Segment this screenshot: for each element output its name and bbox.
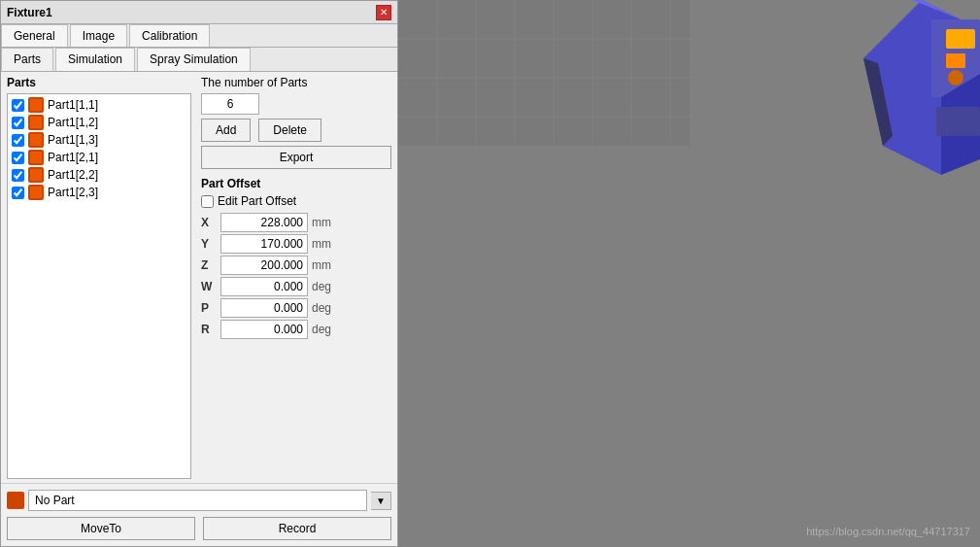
bottom-section: No Part ▼ MoveTo Record — [1, 483, 397, 546]
offset-axis-label-w: W — [201, 280, 220, 293]
tab-image[interactable]: Image — [70, 24, 127, 47]
action-btn-row: MoveTo Record — [7, 517, 391, 540]
edit-offset-label: Edit Part Offset — [218, 194, 296, 208]
part-offset-section: Part Offset Edit Part Offset X mm Y mm Z… — [201, 177, 391, 340]
left-panel: Fixture1 ✕ General Image Calibration Par… — [0, 0, 398, 547]
part-checkbox-3[interactable] — [12, 152, 24, 164]
dropdown-arrow-icon[interactable]: ▼ — [371, 492, 391, 510]
no-part-icon — [7, 492, 24, 509]
tab-simulation[interactable]: Simulation — [55, 48, 135, 71]
offset-row-r: R deg — [201, 319, 391, 340]
part-icon-2 — [28, 132, 44, 148]
title-bar: Fixture1 ✕ — [1, 1, 397, 24]
part-name-4: Part1[2,2] — [48, 168, 98, 182]
tab-parts[interactable]: Parts — [1, 48, 53, 71]
svg-rect-72 — [946, 53, 965, 68]
part-checkbox-1[interactable] — [12, 117, 24, 129]
offset-axis-label-x: X — [201, 216, 220, 229]
part-offset-header: Part Offset — [201, 177, 391, 190]
tab-general[interactable]: General — [1, 24, 68, 47]
offset-unit-z: mm — [312, 258, 331, 272]
tab-calibration[interactable]: Calibration — [129, 24, 210, 47]
corner-robot-object — [863, 0, 980, 175]
no-part-row: No Part ▼ — [7, 490, 391, 511]
offset-row-w: W deg — [201, 276, 391, 297]
part-item-2[interactable]: Part1[1,3] — [10, 131, 188, 149]
edit-offset-checkbox[interactable] — [201, 195, 214, 208]
add-delete-row: Add Delete — [201, 119, 391, 142]
offset-fields: X mm Y mm Z mm W deg P deg R deg — [201, 212, 391, 340]
offset-input-x[interactable] — [220, 213, 308, 232]
moveto-button[interactable]: MoveTo — [7, 517, 195, 540]
num-parts-label: The number of Parts — [201, 76, 391, 89]
left-column: Parts Part1[1,1] Part1[1,2] Part1[1,3] P… — [7, 76, 191, 479]
offset-axis-label-z: Z — [201, 258, 220, 272]
part-name-1: Part1[1,2] — [48, 116, 98, 129]
part-name-2: Part1[1,3] — [48, 133, 98, 147]
record-button[interactable]: Record — [203, 517, 391, 540]
window-title: Fixture1 — [7, 6, 52, 19]
part-icon-1 — [28, 115, 44, 130]
offset-unit-w: deg — [312, 280, 331, 293]
parts-list: Part1[1,1] Part1[1,2] Part1[1,3] Part1[2… — [7, 93, 191, 479]
part-icon-0 — [28, 97, 44, 113]
offset-unit-y: mm — [312, 237, 331, 251]
svg-rect-71 — [946, 29, 975, 49]
offset-input-r[interactable] — [220, 320, 308, 339]
num-parts-section: The number of Parts Add Delete Export — [201, 76, 391, 169]
parts-section-label: Parts — [7, 76, 191, 89]
part-icon-4 — [28, 167, 44, 183]
offset-input-y[interactable] — [220, 234, 308, 254]
offset-row-y: Y mm — [201, 233, 391, 255]
svg-point-73 — [948, 70, 963, 85]
viewport: Z Y X 2495.0 Z 500.0 Y -814.0 — [398, 0, 980, 547]
num-parts-input[interactable] — [201, 93, 259, 115]
tab-row-1: General Image Calibration — [1, 24, 397, 48]
right-column: The number of Parts Add Delete Export Pa… — [201, 76, 391, 479]
part-checkbox-5[interactable] — [12, 187, 24, 199]
export-button[interactable]: Export — [201, 146, 391, 169]
offset-row-p: P deg — [201, 297, 391, 319]
offset-unit-p: deg — [312, 301, 331, 315]
part-item-4[interactable]: Part1[2,2] — [10, 166, 188, 184]
delete-button[interactable]: Delete — [258, 119, 321, 142]
close-button[interactable]: ✕ — [376, 5, 391, 20]
part-icon-3 — [28, 150, 44, 165]
offset-axis-label-r: R — [201, 323, 220, 336]
offset-input-w[interactable] — [220, 277, 308, 296]
part-checkbox-2[interactable] — [12, 134, 24, 147]
tab-spray-simulation[interactable]: Spray Simulation — [137, 48, 251, 71]
offset-unit-r: deg — [312, 323, 331, 336]
part-item-0[interactable]: Part1[1,1] — [10, 96, 188, 114]
part-item-1[interactable]: Part1[1,2] — [10, 114, 188, 131]
edit-offset-row: Edit Part Offset — [201, 194, 391, 208]
part-name-5: Part1[2,3] — [48, 186, 98, 199]
add-button[interactable]: Add — [201, 119, 251, 142]
svg-rect-74 — [936, 107, 980, 136]
offset-input-z[interactable] — [220, 256, 308, 275]
offset-row-z: Z mm — [201, 255, 391, 276]
offset-row-x: X mm — [201, 212, 391, 233]
offset-axis-label-p: P — [201, 301, 220, 315]
offset-unit-x: mm — [312, 216, 331, 229]
part-item-5[interactable]: Part1[2,3] — [10, 184, 188, 201]
no-part-select[interactable]: No Part — [28, 490, 367, 511]
part-checkbox-0[interactable] — [12, 99, 24, 112]
offset-axis-label-y: Y — [201, 237, 220, 251]
part-icon-5 — [28, 185, 44, 200]
part-checkbox-4[interactable] — [12, 169, 24, 182]
main-area: Parts Part1[1,1] Part1[1,2] Part1[1,3] P… — [1, 72, 397, 483]
watermark: https://blog.csdn.net/qq_44717317 — [806, 526, 970, 537]
offset-input-p[interactable] — [220, 298, 308, 318]
main-container: Fixture1 ✕ General Image Calibration Par… — [0, 0, 980, 547]
part-name-0: Part1[1,1] — [48, 98, 98, 112]
grid-background: Z Y X 2495.0 Z 500.0 Y -814.0 — [398, 0, 690, 146]
tab-row-2: Parts Simulation Spray Simulation — [1, 48, 397, 72]
part-name-3: Part1[2,1] — [48, 151, 98, 164]
svg-rect-0 — [398, 0, 690, 146]
part-item-3[interactable]: Part1[2,1] — [10, 149, 188, 166]
